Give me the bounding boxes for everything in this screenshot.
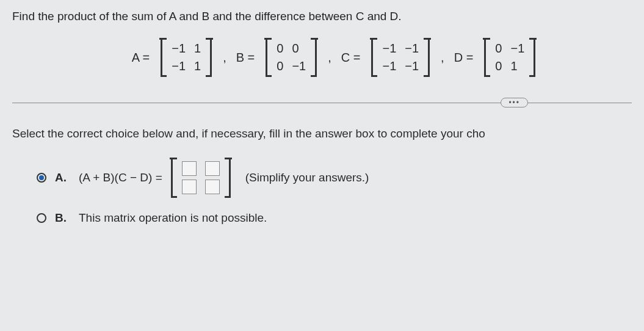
- matrix-cell: −1: [292, 59, 306, 73]
- radio-b[interactable]: [37, 213, 46, 223]
- divider-line: [12, 103, 632, 103]
- matrix-cell: −1: [510, 42, 524, 56]
- matrix-cell: −1: [382, 42, 396, 56]
- matrix-cell: 1: [510, 59, 524, 73]
- matrix-cell: 0: [495, 59, 502, 73]
- matrix-a: −1 1 −1 1: [159, 38, 213, 77]
- matrix-cell: −1: [172, 59, 186, 73]
- matrix-cell: 1: [194, 59, 201, 73]
- choice-a[interactable]: A. (A + B)(C − D) = (Simplify your answe…: [37, 158, 632, 198]
- radio-a[interactable]: [37, 173, 46, 183]
- choice-b-text: This matrix operation is not possible.: [79, 211, 267, 225]
- instruction-text: Select the correct choice below and, if …: [12, 127, 632, 140]
- separator: ,: [328, 51, 331, 65]
- matrix-b: 0 0 0 −1: [264, 38, 318, 77]
- choice-b-letter: B.: [55, 211, 67, 225]
- answer-matrix: [170, 158, 232, 198]
- expand-button[interactable]: •••: [501, 98, 528, 107]
- matrix-cell: 1: [194, 42, 201, 56]
- answer-cell-input[interactable]: [182, 180, 197, 194]
- answer-cell-input[interactable]: [205, 161, 220, 176]
- separator: ,: [223, 51, 226, 65]
- separator: ,: [441, 51, 444, 65]
- choice-a-expression: (A + B)(C − D) =: [79, 171, 162, 184]
- matrix-definitions: A = −1 1 −1 1 , B = 0 0 0 −1 , C = −1 −1…: [37, 38, 632, 77]
- matrix-b-label: B =: [236, 51, 255, 65]
- choice-a-hint: (Simplify your answers.): [245, 171, 369, 184]
- section-divider: •••: [12, 95, 632, 110]
- matrix-cell: −1: [405, 59, 419, 73]
- matrix-cell: 0: [292, 42, 306, 56]
- matrix-cell: −1: [172, 42, 186, 56]
- matrix-c-label: C =: [341, 51, 361, 65]
- choice-a-letter: A.: [55, 171, 67, 184]
- matrix-a-label: A =: [132, 51, 150, 65]
- answer-cell-input[interactable]: [182, 161, 197, 176]
- question-text: Find the product of the sum of A and B a…: [12, 10, 632, 23]
- choice-b[interactable]: B. This matrix operation is not possible…: [37, 211, 632, 225]
- matrix-cell: 0: [495, 42, 502, 56]
- matrix-c: −1 −1 −1 −1: [370, 38, 431, 77]
- matrix-cell: 0: [277, 59, 283, 73]
- matrix-cell: −1: [405, 42, 419, 56]
- matrix-d-label: D =: [454, 51, 474, 65]
- answer-cell-input[interactable]: [205, 180, 220, 194]
- matrix-cell: −1: [382, 59, 396, 73]
- matrix-d: 0 −1 0 1: [483, 38, 537, 77]
- matrix-cell: 0: [277, 42, 283, 56]
